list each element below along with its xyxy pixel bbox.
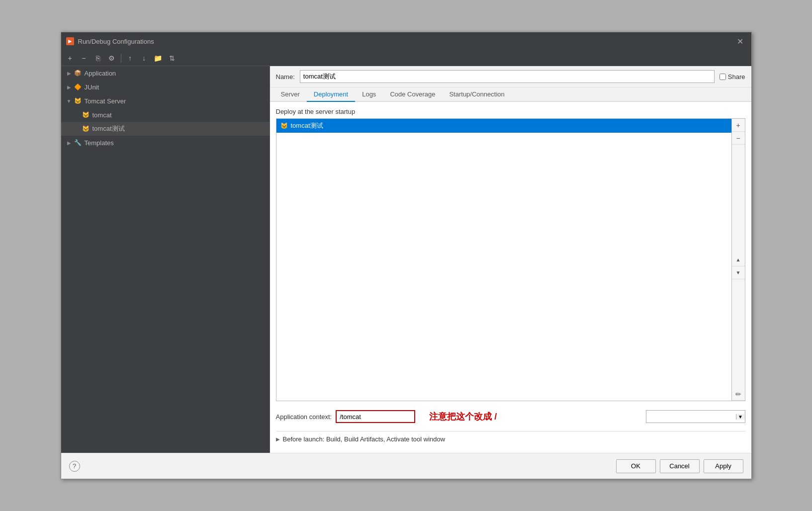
tomcat-server-label: Tomcat Server (85, 97, 126, 105)
sidebar-item-application[interactable]: 📦 Application (61, 66, 270, 80)
move-up-button[interactable]: ↑ (124, 52, 136, 64)
templates-icon: 🔧 (74, 139, 82, 147)
app-context-row: Application context: 注意把这个改成 / ▼ (276, 406, 745, 427)
deploy-add-button[interactable]: + (732, 119, 745, 132)
deploy-list: 🐱 tomcat测试 (276, 118, 732, 401)
footer: ? OK Cancel Apply (61, 453, 751, 479)
app-context-input[interactable] (336, 410, 415, 423)
tab-startup-connection[interactable]: Startup/Connection (442, 87, 511, 102)
name-bar: Name: Share (270, 66, 751, 87)
toolbar-separator (121, 54, 121, 63)
before-launch-label: Before launch: Build, Build Artifacts, A… (283, 435, 446, 443)
tomcat-server-arrow (65, 97, 73, 105)
sidebar-item-templates[interactable]: 🔧 Templates (61, 136, 270, 150)
app-context-combo-input[interactable] (646, 413, 736, 421)
junit-icon: 🔶 (74, 83, 82, 91)
name-input[interactable] (300, 70, 715, 83)
run-debug-configurations-dialog: ▶ Run/Debug Configurations ✕ + − ⎘ ⚙ ↑ ↓… (61, 32, 752, 479)
apply-button[interactable]: Apply (704, 459, 743, 473)
before-launch: ▶ Before launch: Build, Build Artifacts,… (276, 431, 745, 447)
tab-code-coverage[interactable]: Code Coverage (383, 87, 442, 102)
tomcat-label: tomcat (92, 111, 112, 119)
name-label: Name: (276, 73, 295, 81)
app-context-note: 注意把这个改成 / (429, 411, 497, 423)
sidebar-item-tomcat-test[interactable]: 🐱 tomcat测试 (61, 122, 270, 136)
close-button[interactable]: ✕ (734, 36, 746, 47)
deploy-list-item[interactable]: 🐱 tomcat测试 (276, 119, 731, 133)
application-label: Application (85, 70, 116, 77)
add-config-button[interactable]: + (64, 52, 76, 64)
ok-button[interactable]: OK (616, 459, 656, 473)
tomcat-test-icon: 🐱 (82, 125, 90, 133)
scroll-up-button[interactable]: ▲ (732, 254, 745, 266)
tomcat-icon: 🐱 (82, 111, 90, 119)
dialog-content: 📦 Application 🔶 JUnit 🐱 Tomcat Server 🐱 … (61, 66, 751, 453)
application-icon: 📦 (74, 69, 82, 77)
settings-config-button[interactable]: ⚙ (106, 52, 118, 64)
deploy-item-icon: 🐱 (280, 122, 288, 129)
title-bar: ▶ Run/Debug Configurations ✕ (61, 32, 751, 50)
deployment-tab-content: Deploy at the server startup 🐱 tomcat测试 … (270, 102, 751, 453)
deploy-item-label: tomcat测试 (291, 121, 323, 130)
move-down-button[interactable]: ↓ (138, 52, 150, 64)
app-context-combo-arrow[interactable]: ▼ (736, 414, 745, 420)
deploy-list-container: 🐱 tomcat测试 + − ▲ ▼ ✏ (276, 118, 745, 401)
share-label: Share (728, 73, 745, 81)
copy-config-button[interactable]: ⎘ (92, 52, 104, 64)
edit-deployment-button[interactable]: ✏ (732, 388, 745, 401)
tabs: Server Deployment Logs Code Coverage Sta… (270, 87, 751, 102)
remove-config-button[interactable]: − (78, 52, 90, 64)
sidebar-item-tomcat-server[interactable]: 🐱 Tomcat Server (61, 94, 270, 108)
sidebar: 📦 Application 🔶 JUnit 🐱 Tomcat Server 🐱 … (61, 66, 270, 453)
cancel-button[interactable]: Cancel (660, 459, 700, 473)
deploy-remove-button[interactable]: − (732, 132, 745, 145)
tab-logs[interactable]: Logs (355, 87, 383, 102)
deploy-section-label: Deploy at the server startup (276, 108, 745, 115)
scroll-down-button[interactable]: ▼ (732, 266, 745, 279)
toolbar: + − ⎘ ⚙ ↑ ↓ 📁 ⇅ (61, 50, 751, 66)
share-container: Share (720, 73, 745, 81)
dialog-icon: ▶ (66, 37, 74, 45)
help-button[interactable]: ? (69, 461, 80, 472)
sidebar-item-junit[interactable]: 🔶 JUnit (61, 80, 270, 94)
main-panel: Name: Share Server Deployment Logs Code … (270, 66, 751, 453)
sidebar-item-tomcat[interactable]: 🐱 tomcat (61, 108, 270, 122)
before-launch-arrow[interactable]: ▶ (276, 436, 280, 442)
tomcat-test-label: tomcat测试 (92, 124, 125, 133)
templates-arrow (65, 139, 73, 147)
folder-button[interactable]: 📁 (152, 52, 164, 64)
templates-label: Templates (85, 139, 114, 147)
junit-label: JUnit (85, 84, 99, 91)
tomcat-server-icon: 🐱 (74, 97, 82, 105)
tab-deployment[interactable]: Deployment (307, 87, 355, 102)
share-checkbox[interactable] (720, 74, 726, 80)
sort-button[interactable]: ⇅ (166, 52, 178, 64)
junit-arrow (65, 83, 73, 91)
dialog-title: Run/Debug Configurations (78, 38, 734, 45)
application-arrow (65, 69, 73, 77)
app-context-label: Application context: (276, 413, 332, 421)
tab-server[interactable]: Server (274, 87, 307, 102)
